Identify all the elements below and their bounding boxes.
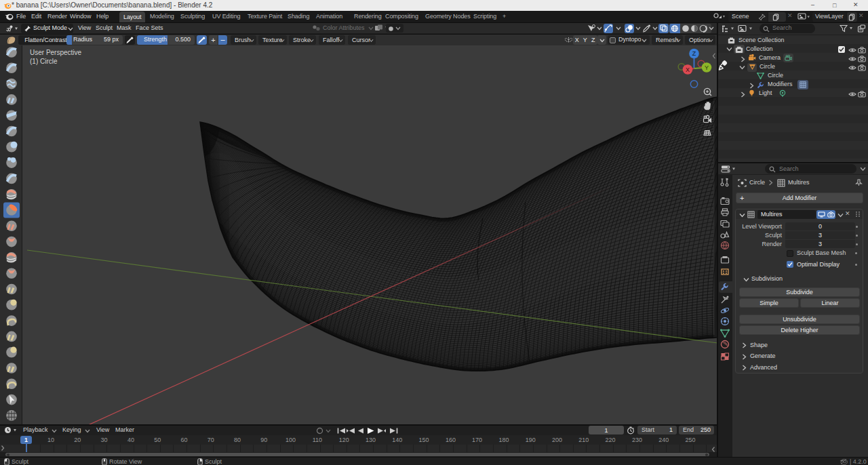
svg-text:Y: Y: [705, 64, 709, 71]
svg-text:Z: Z: [692, 50, 696, 57]
svg-text:X: X: [686, 66, 690, 73]
